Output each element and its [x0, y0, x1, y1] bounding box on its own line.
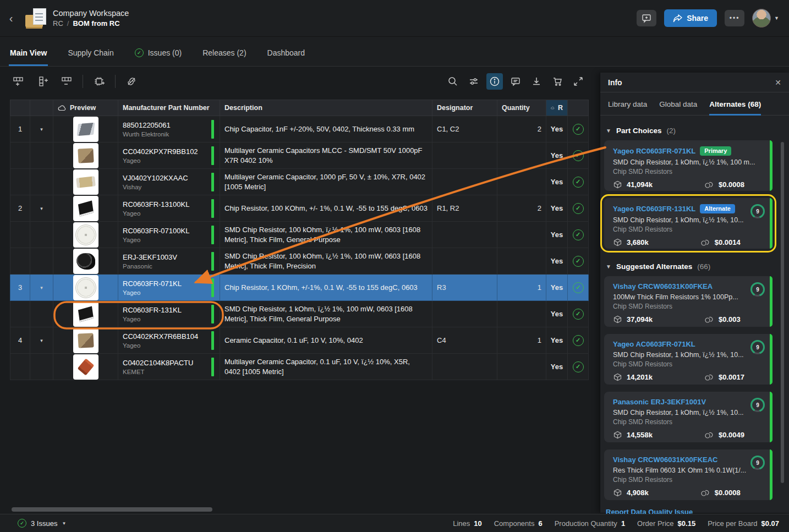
suggested-alternates-section-header[interactable]: ▼ Suggested Alternates (66) [600, 256, 789, 276]
score-ring: 9 [750, 340, 765, 354]
part-link[interactable]: Vishay CRCW06031K00FKEAC [613, 456, 718, 464]
add-column-button[interactable] [34, 73, 51, 90]
description: Chip Capacitor, 1nF +/-20%, 50V, 0402, T… [224, 124, 414, 134]
expand-caret-icon[interactable]: ▾ [30, 116, 53, 142]
remove-line-button[interactable] [58, 73, 75, 90]
tab-issues[interactable]: ✓Issues (0) [134, 48, 183, 66]
suggested-alternate-card[interactable]: Yageo AC0603FR-071KL 9 SMD Chip Resistor… [604, 334, 772, 385]
released-flag: Yes [546, 169, 568, 195]
quantity [497, 301, 546, 327]
expand-caret-icon[interactable]: ▾ [30, 327, 53, 354]
description: Ceramic Capacitor, 0.1 uF, 10 V, 10%, 04… [224, 336, 363, 345]
table-row[interactable]: 4 ▾ CC0402KRX7R6BB104Yageo Ceramic Capac… [10, 327, 589, 354]
tab-main-view[interactable]: Main View [9, 48, 48, 66]
section-title: Part Choices [616, 127, 662, 135]
breadcrumb-project[interactable]: RC [53, 19, 63, 28]
released-flag: Yes [546, 275, 568, 301]
close-icon[interactable]: ✕ [775, 78, 781, 87]
part-description: SMD Chip Resistor, 1 kOhm, ï¿½ 1%, 10... [613, 216, 765, 224]
share-button[interactable]: Share [664, 9, 717, 27]
info-button[interactable] [486, 73, 503, 90]
add-part-button[interactable] [91, 73, 107, 90]
description: Multilayer Ceramic Capacitor, 1000 pF, 5… [224, 172, 428, 191]
info-panel-tabs: Library data Global data Alternates (68) [600, 92, 789, 116]
score-ring: 9 [750, 456, 765, 470]
suggested-alternate-card[interactable]: Vishay CRCW06031K00FKEA 9 100Mw Thick Fi… [604, 276, 772, 327]
part-link[interactable]: Yageo RC0603FR-131KL [613, 205, 695, 213]
check-circle-icon: ✓ [573, 229, 584, 240]
tab-global-data[interactable]: Global data [659, 100, 697, 115]
suggested-alternate-card[interactable]: Panasonic ERJ-3EKF1001V 9 SMD Chip Resis… [604, 392, 772, 442]
tab-alternates[interactable]: Alternates (68) [709, 100, 761, 115]
part-category: Chip SMD Resistors [613, 418, 765, 426]
table-row-selected[interactable]: 3 ▾ RC0603FR-071KLYageo Chip Resistor, 1… [10, 275, 589, 301]
check-circle-icon: ✓ [573, 124, 584, 135]
chevron-down-icon: ▼ [606, 128, 611, 134]
table-row[interactable]: 1 ▾ 885012205061Wurth Elektronik Chip Ca… [10, 116, 589, 142]
expand-button[interactable] [570, 73, 587, 90]
horizontal-scrollbar[interactable] [12, 507, 212, 512]
stock-box-icon [613, 372, 622, 382]
download-button[interactable] [528, 73, 545, 90]
components-label: Components [494, 519, 535, 528]
filter-button[interactable] [465, 73, 482, 90]
tab-label: Supply Chain [68, 48, 113, 57]
avatar[interactable] [752, 9, 771, 28]
row-number: 4 [10, 327, 30, 354]
add-comment-button[interactable] [637, 10, 656, 26]
part-choice-card-highlighted[interactable]: Yageo RC0603FR-131KL Alternate 9 SMD Chi… [604, 198, 772, 249]
part-link[interactable]: Yageo RC0603FR-071KL [613, 147, 695, 155]
price-per-board-value: $0.07 [761, 519, 779, 528]
comments-button[interactable] [507, 73, 524, 90]
table-row[interactable]: RC0603FR-131KLYageo SMD Chip Resistor, 1… [10, 301, 589, 327]
part-choice-card[interactable]: Yageo RC0603FR-071KL Primary SMD Chip Re… [604, 140, 772, 191]
unlink-button[interactable] [123, 73, 140, 90]
header-mpn[interactable]: Manufacturer Part Number [118, 100, 220, 116]
row-number [10, 222, 30, 248]
tab-dashboard[interactable]: Dashboard [266, 48, 306, 66]
cloud-icon [551, 105, 555, 111]
back-button[interactable]: ‹ [0, 12, 22, 25]
header-designator[interactable]: Designator [432, 100, 497, 116]
availability-bar [211, 199, 214, 218]
part-link[interactable]: Yageo AC0603FR-071KL [613, 340, 695, 348]
part-choices-section-header[interactable]: ▼ Part Choices (2) [600, 116, 789, 140]
availability-bar [211, 226, 214, 244]
expand-caret-icon[interactable]: ▾ [30, 195, 53, 222]
breadcrumb-document: BOM from RC [73, 19, 119, 28]
more-options-button[interactable]: ••• [725, 10, 744, 26]
table-row[interactable]: VJ0402Y102KXAACVishay Multilayer Ceramic… [10, 169, 589, 195]
quantity [497, 222, 546, 248]
header-label: R [558, 104, 563, 112]
price-coins-icon [704, 180, 714, 189]
tab-supply-chain[interactable]: Supply Chain [67, 48, 114, 66]
issues-summary[interactable]: ✓ 3 Issues ▼ [18, 519, 66, 528]
table-row[interactable]: CC0402KPX7R9BB102Yageo Multilayer Cerami… [10, 142, 589, 169]
released-flag: Yes [546, 327, 568, 354]
search-button[interactable] [445, 73, 461, 90]
header-description[interactable]: Description [220, 100, 432, 116]
cart-button[interactable] [549, 73, 566, 90]
table-row[interactable]: 2 ▾ RC0603FR-13100KLYageo Chip Resistor,… [10, 195, 589, 222]
info-panel-title: Info [608, 78, 622, 87]
table-row[interactable]: C0402C104K8PACTUKEMET Multilayer Ceramic… [10, 354, 589, 380]
part-link[interactable]: Panasonic ERJ-3EKF1001V [613, 398, 706, 406]
table-row[interactable]: ERJ-3EKF1003VPanasonic SMD Chip Resistor… [10, 248, 589, 275]
header-quantity[interactable]: Quantity [497, 100, 546, 116]
add-line-button[interactable] [10, 73, 26, 90]
suggested-alternate-card[interactable]: Vishay CRCW06031K00FKEAC 9 Res Thick Fil… [604, 449, 772, 500]
header-preview[interactable]: Preview [53, 100, 118, 116]
designator: R3 [432, 275, 497, 301]
user-menu[interactable]: ▼ [752, 9, 779, 28]
part-preview-image [73, 169, 98, 195]
tab-releases[interactable]: Releases (2) [201, 48, 247, 66]
header-label: Quantity [502, 104, 530, 112]
part-number: RC0603FR-131KL [123, 306, 210, 314]
part-link[interactable]: Vishay CRCW06031K00FKEA [613, 282, 713, 290]
tab-library-data[interactable]: Library data [608, 100, 647, 115]
panel-scrollbar[interactable] [781, 142, 784, 483]
expand-caret-icon[interactable]: ▾ [30, 275, 53, 301]
part-preview-image [73, 275, 98, 300]
table-row[interactable]: RC0603FR-07100KLYageo SMD Chip Resistor,… [10, 222, 589, 248]
header-released[interactable]: R [546, 100, 568, 116]
